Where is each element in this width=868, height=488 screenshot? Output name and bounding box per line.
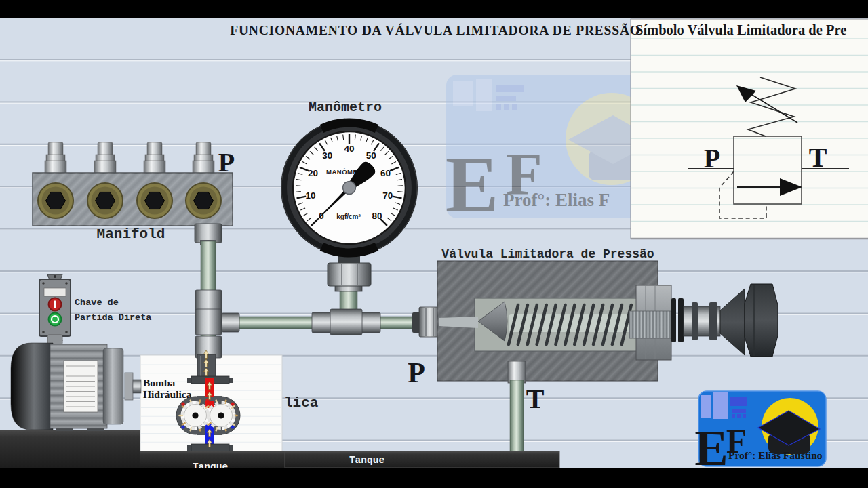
tank-return-pipe [510,380,524,452]
motor-platform [0,430,140,468]
adjusting-screw-threads [629,311,671,338]
symbol-panel-title: Símbolo Válvula Limitadora de Pre [635,22,846,37]
tank-port-sleeve [508,361,526,383]
svg-text:20: 20 [308,168,318,178]
hidden-label-fragment: lica [284,395,319,411]
svg-text:30: 30 [322,150,332,161]
electric-motor [11,335,141,431]
scene: E F Prof°: Elias F Símbolo Válvula Limit… [0,0,868,488]
symbol-port-t: T [809,142,827,173]
svg-text:50: 50 [366,150,376,161]
starter-label-line1: Chave de [75,298,119,308]
pump-label-line1: Bomba [143,377,176,388]
letterbox-bottom [0,468,868,488]
tee-branch [222,313,239,332]
manifold-port-label: P [218,147,235,178]
page-title: FUNCIONAMENTO DA VÁLVULA LIMITADORA DE P… [230,23,640,37]
channel-logo: E F Prof°: Elias Faustino [694,391,826,476]
tank-center-label: Tanque [349,455,384,466]
relief-valve-adjustment-knob[interactable] [745,284,778,357]
gauge-tee [330,309,362,335]
symbol-panel: Símbolo Válvula Limitadora de Pre P T [631,19,868,239]
start-button[interactable] [49,313,62,326]
svg-text:10: 10 [306,190,316,201]
motor-shaft [133,380,141,393]
svg-text:40: 40 [344,144,354,154]
valve-label: Válvula Limitadora de Pressão [441,247,654,261]
logo-initial-e: E [694,420,728,476]
stop-button-bar [54,301,56,308]
svg-text:60: 60 [380,168,391,178]
watermark-logo: E F Prof°: Elias F [446,75,658,229]
gauge-unit: kgf/cm² [336,213,361,220]
motor-end-bell [103,348,123,424]
pipe-coupling [360,312,380,333]
pipe-coupling [312,312,332,333]
tank-center [285,451,559,468]
gauge-hex-nut [328,263,371,286]
gauge-label: Manômetro [309,100,382,115]
svg-text:70: 70 [382,190,393,201]
motor-fan-cover [11,343,53,430]
valve-port-t: T [526,384,545,414]
svg-text:80: 80 [372,211,382,221]
valve-port-p: P [408,357,425,388]
animation-frame: E F Prof°: Elias F Símbolo Válvula Limit… [0,0,868,488]
starter-label-line2: Partida Direta [75,312,151,323]
watermark-initial-e: E [446,140,499,229]
pump-label-line2: Hidráulica [143,388,192,400]
manifold-label: Manifold [97,226,165,242]
tee-fitting [195,309,222,335]
letterbox-top [0,0,868,18]
symbol-port-p: P [704,143,720,174]
pipe-coupling [195,290,222,310]
logo-caption: Prof°: Elias Faustino [728,449,823,461]
watermark-caption: Prof°: Elias F [503,190,610,210]
